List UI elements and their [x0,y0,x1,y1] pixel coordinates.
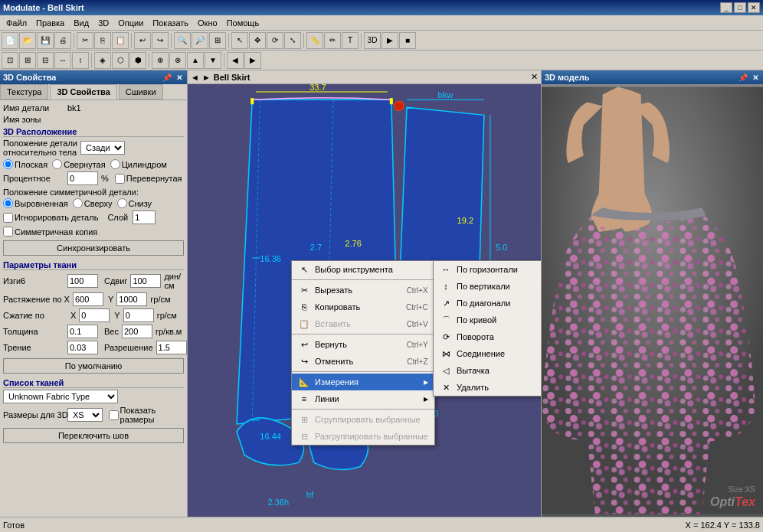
friction-input[interactable] [67,341,98,354]
menu-3d[interactable]: 3D [93,17,113,29]
curved-radio[interactable]: Свернутая [52,159,105,169]
tb-paste[interactable]: 📋 [112,32,129,49]
tb-stop[interactable]: ■ [399,32,416,49]
ctx-lines[interactable]: ≡ Линии ▶ [292,390,434,407]
ctx-select-tool[interactable]: ↖ Выбор инструмента [292,261,434,278]
tb2-b8[interactable]: ⬢ [129,52,146,69]
tb-rotate[interactable]: ⟳ [267,32,283,49]
size-select[interactable]: XS [67,408,103,422]
tb2-b6[interactable]: ◈ [94,52,111,69]
sub-curve[interactable]: ⌒ По кривой [434,312,541,328]
tb-scale[interactable]: ⤡ [284,32,301,49]
tb-undo[interactable]: ↩ [134,32,151,49]
aligned-radio[interactable]: Выровненная [3,198,68,208]
top-radio[interactable]: Сверху [73,198,113,208]
tb2-b9[interactable]: ⊕ [152,52,169,69]
sub-diagonal[interactable]: ↗ По диагонали [434,295,541,312]
close-button[interactable]: ✕ [748,2,760,13]
tb-simulate[interactable]: ▶ [382,32,398,49]
position-select[interactable]: Сзади [80,141,125,155]
menu-options[interactable]: Опции [113,17,148,29]
ctx-cancel[interactable]: ↪ Отменить Ctrl+Z [292,353,434,370]
tb2-b4[interactable]: ↔ [54,52,71,69]
compress-y-input[interactable] [123,308,154,322]
prev-arrow[interactable]: ◄ [191,73,199,82]
center-close[interactable]: ✕ [531,72,538,82]
menu-help[interactable]: Помощь [222,17,264,29]
layer-input[interactable] [133,211,156,224]
ctx-measure[interactable]: 📐 Измерения ▶ [292,374,434,390]
sub-rotation[interactable]: ⟳ Поворота [434,328,541,345]
tb2-b13[interactable]: ◀ [227,52,244,69]
tb2-b2[interactable]: ⊞ [19,52,36,69]
tb-measure[interactable]: 📏 [306,32,323,49]
tb-cut[interactable]: ✂ [77,32,93,49]
sub-horizontal[interactable]: ↔ По горизонтали [434,261,541,278]
stretch-x-input[interactable] [73,292,103,306]
thickness-input[interactable] [67,325,98,338]
minimize-button[interactable]: _ [720,2,732,13]
tb-zoom-in[interactable]: 🔍 [174,32,191,49]
maximize-button[interactable]: □ [734,2,746,13]
tb-new[interactable]: 📄 [2,32,18,49]
sub-delete[interactable]: ✕ Удалить [434,379,541,396]
right-close-btn[interactable]: ✕ [751,73,760,82]
flat-radio[interactable]: Плоская [3,159,47,169]
tb-print[interactable]: 🖨 [54,32,71,49]
bend-input[interactable] [67,274,98,288]
resolution-input[interactable] [156,341,187,354]
tb-open[interactable]: 📂 [19,32,36,49]
tb2-b3[interactable]: ⊟ [37,52,54,69]
panel-close-btn[interactable]: ✕ [175,73,184,82]
tb2-b1[interactable]: ⊡ [2,52,18,69]
panel-pin-btn[interactable]: 📌 [161,73,173,82]
tb-zoom-fit[interactable]: ⊞ [209,32,226,49]
pattern-canvas-area[interactable]: 33.7 bkw 16.36 2.7 2.76 19.2 16.44 67.3 … [188,84,541,517]
ctx-cut[interactable]: ✂ Вырезать Ctrl+X [292,282,434,299]
compress-x-input[interactable] [79,308,110,322]
shift-input[interactable] [130,274,161,288]
tb-redo[interactable]: ↪ [152,32,169,49]
tb-copy[interactable]: ⎘ [94,32,111,49]
switch-seam-button[interactable]: Переключить шов [3,428,184,443]
percent-input[interactable] [67,171,98,185]
ctx-undo[interactable]: ↩ Вернуть Ctrl+Y [292,336,434,353]
ctx-copy[interactable]: ⎘ Копировать Ctrl+C [292,299,434,315]
sub-dart[interactable]: ◁ Вытачка [434,362,541,379]
tb2-b5[interactable]: ↕ [72,52,89,69]
sub-vertical[interactable]: ↕ По вертикали [434,278,541,295]
menu-show[interactable]: Показать [148,17,193,29]
tb2-b7[interactable]: ⬡ [112,52,129,69]
tab-3d-properties[interactable]: 3D Свойства [50,84,116,100]
menu-window[interactable]: Окно [193,17,222,29]
bottom-radio[interactable]: Снизу [117,198,152,208]
inverted-check[interactable]: Перевернутая [115,174,182,184]
tb2-b10[interactable]: ⊗ [169,52,186,69]
tb2-b11[interactable]: ▲ [187,52,204,69]
sync-button[interactable]: Синхронизировать [3,240,184,256]
tab-seams[interactable]: Сшивки [119,84,163,100]
tab-texture[interactable]: Текстура [0,84,48,100]
tb2-b14[interactable]: ▶ [244,52,261,69]
menu-file[interactable]: Файл [2,17,31,29]
weight-input[interactable] [122,325,152,338]
fabric-select[interactable]: Unknown Fabric Type [3,390,118,403]
default-button[interactable]: По умолчанию [3,358,184,374]
stretch-y-input[interactable] [116,292,147,306]
tb-zoom-out[interactable]: 🔎 [192,32,208,49]
tb-save[interactable]: 💾 [37,32,54,49]
menu-edit[interactable]: Правка [31,17,69,29]
sub-connection[interactable]: ⋈ Соединение [434,345,541,362]
tb2-b12[interactable]: ▼ [205,52,221,69]
tb-text[interactable]: T [342,32,359,49]
symmetric-check[interactable]: Симметричная копия [3,227,97,237]
cylinder-radio[interactable]: Цилиндром [110,159,167,169]
tb-3d[interactable]: 3D [364,32,381,49]
menu-view[interactable]: Вид [69,17,93,29]
right-pin-btn[interactable]: 📌 [737,73,749,82]
tb-draw[interactable]: ✏ [324,32,341,49]
tb-move[interactable]: ✥ [249,32,266,49]
ignore-check[interactable]: Игнорировать деталь [3,213,98,223]
tb-select[interactable]: ↖ [231,32,248,49]
next-arrow[interactable]: ► [202,73,211,82]
